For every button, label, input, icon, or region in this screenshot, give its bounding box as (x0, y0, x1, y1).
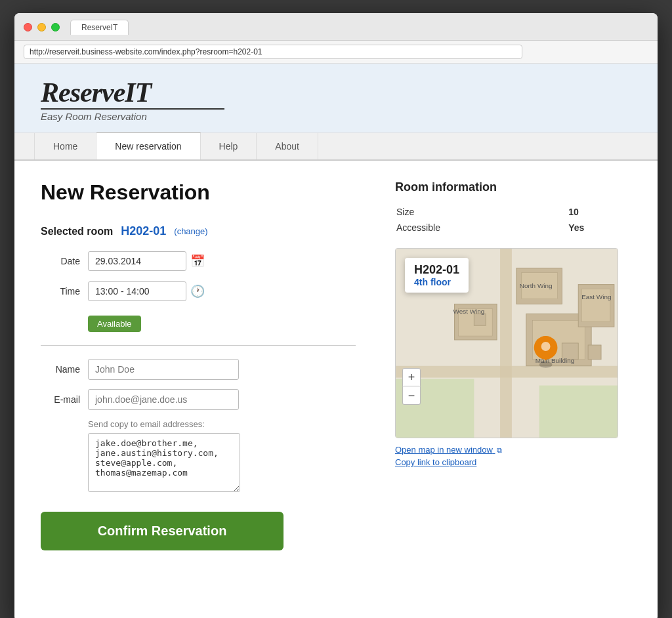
copy-email-label: Send copy to email addresses: (88, 419, 356, 429)
map-container: Main Building North Wing East Wing West … (395, 248, 618, 438)
time-row: Time 🕐 (41, 281, 356, 301)
svg-point-20 (539, 361, 553, 368)
site-nav: Home New reservation Help About (14, 133, 658, 161)
time-label: Time (41, 286, 80, 297)
copy-email-textarea[interactable]: jake.doe@brother.me, jane.austin@history… (88, 433, 240, 492)
accessible-value: Yes (568, 220, 630, 235)
site-header: ReserveIT Easy Room Reservation (14, 64, 658, 133)
selected-room-label: Selected room (41, 226, 113, 237)
name-row: Name (41, 359, 356, 380)
map-links: Open map in new window ⧉ Copy link to cl… (395, 445, 631, 467)
availability-badge: Available (88, 316, 141, 332)
browser-titlebar: ReserveIT (14, 13, 658, 41)
email-row: E-mail (41, 389, 356, 410)
map-zoom-out-button[interactable]: − (402, 386, 421, 405)
external-link-icon: ⧉ (497, 446, 502, 455)
clock-icon[interactable]: 🕐 (190, 284, 205, 299)
open-map-link[interactable]: Open map in new window ⧉ (395, 445, 631, 455)
nav-about[interactable]: About (257, 133, 318, 159)
svg-rect-14 (588, 345, 601, 360)
browser-tab[interactable]: ReserveIT (70, 20, 129, 35)
divider (41, 345, 356, 346)
room-info-title: Room information (395, 180, 631, 194)
name-label: Name (41, 364, 80, 375)
left-panel: New Reservation Selected room H202-01 (c… (41, 180, 356, 550)
map-zoom-in-button[interactable]: + (402, 368, 421, 386)
date-input-wrap: 📅 (88, 251, 205, 271)
site-logo: ReserveIT (41, 77, 224, 108)
time-input-wrap: 🕐 (88, 281, 205, 301)
room-id: H202-01 (121, 224, 166, 238)
change-room-link[interactable]: (change) (174, 226, 207, 236)
site-tagline: Easy Room Reservation (41, 111, 631, 122)
email-input[interactable] (88, 389, 239, 410)
size-value: 10 (568, 205, 630, 219)
email-label: E-mail (41, 394, 80, 405)
nav-home[interactable]: Home (34, 133, 96, 159)
svg-text:East Wing: East Wing (581, 293, 611, 300)
date-label: Date (41, 256, 80, 266)
svg-text:West Wing: West Wing (453, 308, 485, 315)
copy-link[interactable]: Copy link to clipboard (395, 457, 631, 467)
selected-room-row: Selected room H202-01 (change) (41, 224, 356, 238)
map-popup-room: H202-01 (414, 263, 459, 277)
page-title: New Reservation (41, 180, 356, 205)
time-input[interactable] (88, 281, 186, 301)
main-content: New Reservation Selected room H202-01 (c… (14, 161, 658, 570)
confirm-reservation-button[interactable]: Confirm Reservation (41, 512, 284, 550)
size-label: Size (396, 205, 567, 219)
nav-help[interactable]: Help (201, 133, 257, 159)
accessible-label: Accessible (396, 220, 567, 235)
browser-addressbar (14, 41, 658, 64)
map-popup: H202-01 4th floor (405, 258, 469, 293)
name-input[interactable] (88, 359, 239, 380)
accessible-row: Accessible Yes (396, 220, 630, 235)
date-input[interactable] (88, 251, 186, 271)
svg-rect-4 (500, 249, 512, 438)
browser-window: ReserveIT ReserveIT Easy Room Reservatio… (14, 13, 658, 618)
page-content: ReserveIT Easy Room Reservation Home New… (14, 64, 658, 618)
right-panel: Room information Size 10 Accessible Yes (395, 180, 631, 550)
close-button[interactable] (24, 23, 32, 31)
room-info-table: Size 10 Accessible Yes (395, 203, 631, 236)
svg-text:North Wing: North Wing (520, 282, 553, 289)
svg-rect-15 (474, 314, 486, 325)
map-controls: + − (402, 368, 421, 405)
maximize-button[interactable] (51, 23, 60, 31)
nav-new-reservation[interactable]: New reservation (96, 132, 200, 159)
svg-rect-2 (539, 386, 618, 438)
calendar-icon[interactable]: 📅 (190, 254, 205, 268)
map-popup-floor: 4th floor (414, 277, 459, 287)
svg-point-23 (541, 342, 551, 351)
minimize-button[interactable] (37, 23, 46, 31)
address-bar-input[interactable] (24, 45, 522, 59)
date-row: Date 📅 (41, 251, 356, 271)
size-row: Size 10 (396, 205, 630, 219)
